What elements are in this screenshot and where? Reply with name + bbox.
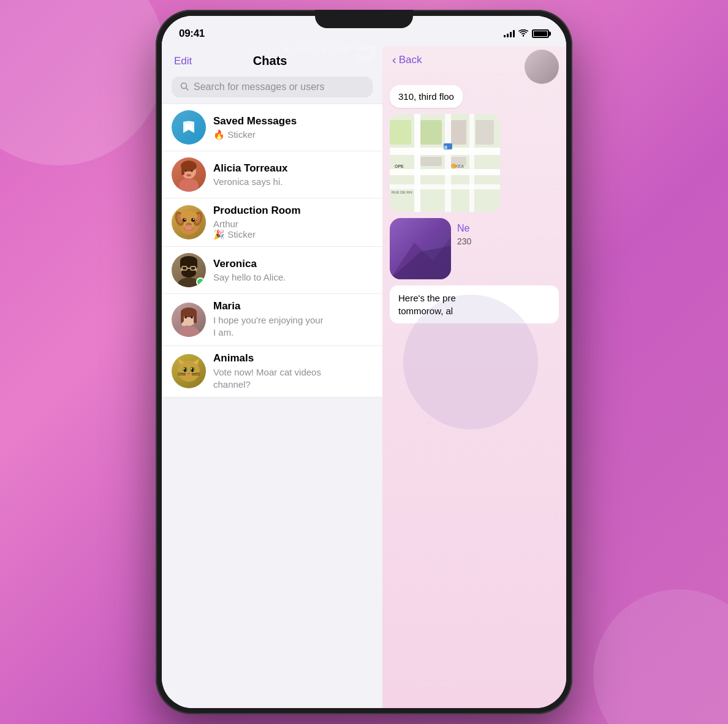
chat-name-production-room: Production Room	[213, 205, 373, 217]
wifi-icon	[518, 29, 528, 39]
notch	[315, 10, 413, 28]
svg-rect-65	[390, 120, 411, 145]
chat-item-veronica[interactable]: Veronica Say hello to Alice.	[162, 247, 382, 294]
back-button[interactable]: Back	[399, 54, 422, 66]
svg-point-7	[191, 170, 193, 172]
status-icons	[504, 29, 549, 39]
svg-text:B: B	[444, 145, 447, 149]
avatar-maria	[172, 303, 206, 337]
back-chevron-icon: ‹	[392, 53, 396, 67]
bottom-text-line2: tommorow, al	[398, 306, 453, 316]
svg-point-51	[191, 368, 192, 369]
chat-item-maria[interactable]: Maria I hope you're enjoying your I am.	[162, 294, 382, 346]
svg-rect-4	[181, 166, 184, 175]
chat-detail-panel: ‹ Back 310, third floo	[382, 16, 566, 708]
battery-fill	[534, 31, 547, 36]
phone-screen: 09:41	[162, 16, 566, 708]
svg-point-22	[183, 221, 194, 230]
chat-item-production-room[interactable]: Production Room Arthur 🎉 Sticker	[162, 198, 382, 247]
svg-point-32	[192, 267, 194, 270]
chat-name-alicia: Alicia Torreaux	[213, 162, 373, 175]
search-placeholder-text: Search for messages or users	[194, 81, 324, 92]
download-area: Ne 230	[390, 218, 559, 279]
chat-name-saved-messages: Saved Messages	[213, 115, 373, 127]
address-message-bubble: 310, third floo	[390, 85, 463, 108]
svg-point-6	[184, 170, 187, 172]
svg-point-26	[180, 256, 197, 266]
svg-rect-61	[414, 114, 420, 212]
svg-point-18	[193, 219, 194, 220]
svg-rect-67	[476, 120, 494, 145]
svg-text:RUE DE RIV: RUE DE RIV	[392, 190, 412, 194]
search-bar[interactable]: Search for messages or users	[172, 77, 373, 97]
chat-info-maria: Maria I hope you're enjoying your I am.	[213, 300, 373, 339]
svg-point-33	[178, 326, 200, 337]
svg-point-39	[191, 316, 193, 319]
map-inner: B OPE IKEA RUE DE RIV	[390, 114, 500, 212]
svg-point-5	[179, 178, 199, 192]
maria-preview-line2: I am.	[213, 327, 233, 337]
chat-info-veronica: Veronica Say hello to Alice.	[213, 258, 373, 282]
svg-point-15	[183, 218, 186, 222]
signal-bar-1	[504, 35, 506, 37]
chat-preview-maria: I hope you're enjoying your I am.	[213, 314, 373, 339]
svg-point-38	[184, 316, 187, 319]
chat-preview-saved-messages: 🔥 Sticker	[213, 129, 373, 140]
svg-rect-37	[194, 312, 197, 323]
svg-rect-62	[445, 114, 451, 212]
bottom-text-line1: Here's the pre	[398, 293, 456, 303]
svg-point-74	[451, 164, 456, 168]
messages-area: 310, third floo	[382, 72, 566, 708]
svg-rect-68	[420, 157, 442, 166]
production-room-preview-arthur: Arthur	[213, 219, 238, 229]
chat-item-alicia[interactable]: Alicia Torreaux Veronica says hi.	[162, 151, 382, 198]
avatar-animals	[172, 354, 206, 388]
svg-point-16	[191, 218, 195, 222]
avatar-veronica	[172, 253, 206, 287]
signal-bar-2	[507, 34, 509, 37]
chat-list: Saved Messages 🔥 Sticker	[162, 104, 382, 708]
chat-item-animals[interactable]: Animals Vote now! Moar cat videos channe…	[162, 346, 382, 398]
svg-rect-66	[451, 120, 466, 145]
chat-item-saved-messages[interactable]: Saved Messages 🔥 Sticker	[162, 104, 382, 151]
signal-bar-4	[513, 30, 515, 37]
bottom-message-bubble: Here's the pre tommorow, al	[390, 285, 559, 323]
status-time: 09:41	[179, 28, 205, 40]
svg-point-17	[184, 219, 186, 220]
svg-text:OPE: OPE	[395, 164, 404, 168]
chats-title: Chats	[253, 54, 287, 68]
chats-panel: Edit Chats Search for messages or users	[162, 16, 382, 708]
download-button-container[interactable]	[390, 218, 451, 279]
svg-point-0	[523, 35, 524, 36]
map-image: B OPE IKEA RUE DE RIV	[390, 114, 500, 212]
right-text-label: Ne	[457, 223, 559, 234]
signal-bar-3	[510, 32, 512, 37]
avatar-saved-messages	[172, 110, 206, 145]
production-room-preview-sticker: 🎉 Sticker	[213, 229, 256, 239]
animals-preview-line2: channel?	[213, 379, 251, 390]
maria-preview-line1: I hope you're enjoying your	[213, 315, 324, 325]
online-indicator-veronica	[196, 277, 205, 286]
phone-frame: 09:41	[156, 10, 572, 714]
svg-point-50	[184, 368, 185, 369]
chat-preview-production-room: Arthur 🎉 Sticker	[213, 219, 373, 240]
svg-rect-64	[420, 120, 442, 145]
signal-bars-icon	[504, 30, 515, 37]
right-text-number: 230	[457, 236, 559, 246]
chat-info-animals: Animals Vote now! Moar cat videos channe…	[213, 352, 373, 391]
edit-button[interactable]: Edit	[174, 55, 192, 67]
right-side-text: Ne 230	[457, 218, 559, 246]
chat-preview-animals: Vote now! Moar cat videos channel?	[213, 366, 373, 391]
chat-info-alicia: Alicia Torreaux Veronica says hi.	[213, 162, 373, 187]
chat-preview-alicia: Veronica says hi.	[213, 176, 373, 187]
chat-info-production-room: Production Room Arthur 🎉 Sticker	[213, 205, 373, 240]
avatar-alicia	[172, 157, 206, 192]
svg-point-8	[186, 174, 191, 176]
svg-point-31	[183, 267, 186, 270]
animals-preview-line1: Vote now! Moar cat videos	[213, 367, 321, 377]
chat-name-animals: Animals	[213, 352, 373, 364]
svg-rect-63	[469, 114, 474, 212]
chat-preview-veronica: Say hello to Alice.	[213, 272, 373, 282]
address-message-text: 310, third floo	[398, 91, 454, 102]
chat-name-veronica: Veronica	[213, 258, 373, 270]
